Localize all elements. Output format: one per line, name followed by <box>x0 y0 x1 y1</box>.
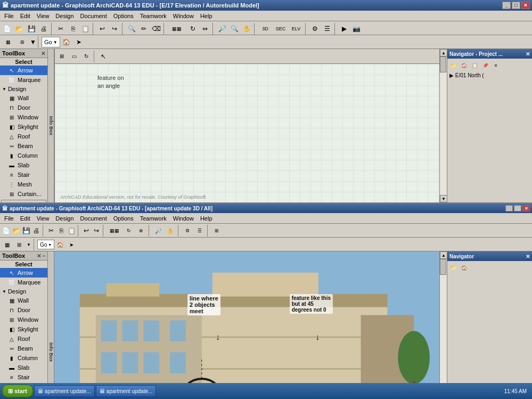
menu-design[interactable]: Design <box>52 12 77 20</box>
w2-copy[interactable]: ⎘ <box>56 225 66 236</box>
select-all-btn[interactable]: ▦▦ <box>167 23 186 35</box>
win2-min[interactable]: _ <box>505 205 513 211</box>
tool-door-2[interactable]: ⊓ Door <box>0 305 47 315</box>
paste-btn[interactable]: 📋 <box>79 23 91 35</box>
w2-tbx[interactable]: ⊞ <box>211 225 223 236</box>
close-btn[interactable]: ✕ <box>521 2 530 9</box>
open-btn[interactable]: 📂 <box>13 23 25 35</box>
scroll-up-1[interactable]: ▲ <box>440 49 447 56</box>
menu-view[interactable]: View <box>34 12 53 20</box>
w2-new[interactable]: 📄 <box>1 225 11 236</box>
tool-column-1[interactable]: ▮ Column <box>0 151 47 160</box>
menu-edit[interactable]: Edit <box>17 12 34 20</box>
section-btn[interactable]: SEC <box>273 23 288 35</box>
nav2-btn1[interactable]: 📁 <box>448 263 458 273</box>
design-section-2[interactable]: ▼ Design <box>0 287 47 296</box>
menu-options[interactable]: Options <box>110 12 137 20</box>
menu-file[interactable]: File <box>1 12 17 20</box>
taskbar-app-2[interactable]: 🏛 apartment update... <box>96 385 157 397</box>
3d-btn[interactable]: 3D <box>258 23 273 35</box>
tool-window-2[interactable]: ⊞ Window <box>0 315 47 324</box>
top-tool2[interactable]: ▭ <box>68 51 80 62</box>
win2-menu-design[interactable]: Design <box>52 214 77 223</box>
maximize-btn[interactable]: □ <box>512 2 520 9</box>
rotate-btn[interactable]: ↻ <box>187 23 199 35</box>
tool-roof-1[interactable]: △ Roof <box>0 132 47 141</box>
toolbox-2-pin[interactable]: – <box>42 253 45 259</box>
w2-print[interactable]: 🖨 <box>31 225 41 236</box>
redo-btn[interactable]: ↪ <box>109 23 120 35</box>
tool-curtain-1[interactable]: ⊞ Curtain... <box>0 189 47 199</box>
w2-drop[interactable]: ▼ <box>26 239 32 250</box>
minimize-btn[interactable]: _ <box>502 2 511 9</box>
w2-zoom[interactable]: 🔎 <box>152 225 164 236</box>
win2-menu-teamwork[interactable]: Teamwork <box>137 214 170 223</box>
w2-tb2[interactable]: ☰ <box>194 225 206 236</box>
menu-help[interactable]: Help <box>197 12 216 20</box>
w2-paste[interactable]: 📋 <box>67 225 76 236</box>
go-dropdown[interactable]: Go ▼ <box>42 37 60 47</box>
design-section-1[interactable]: ▼ Design <box>0 85 47 93</box>
eraser-btn[interactable]: ⌫ <box>150 23 162 35</box>
dropdown-btn[interactable]: ▼ <box>30 36 36 48</box>
undo-btn[interactable]: ↩ <box>96 23 108 35</box>
tool-skylight-1[interactable]: ◧ Skylight <box>0 122 47 132</box>
navigator-1-close[interactable]: ✕ <box>526 51 530 57</box>
win2-menu-document[interactable]: Document <box>77 214 110 223</box>
w2-sec[interactable]: ⊕ <box>135 225 147 236</box>
scroll-thumb-1[interactable] <box>440 56 446 72</box>
navigator-2-close[interactable]: ✕ <box>526 254 530 259</box>
scroll-down-1[interactable]: ▼ <box>440 195 447 202</box>
nav-btn2[interactable]: 🏠 <box>459 61 469 70</box>
tool-marquee-1[interactable]: ⬜ Marquee <box>0 75 47 85</box>
elev-btn[interactable]: ELV <box>289 23 304 35</box>
info-box-1[interactable]: Info Box <box>48 49 54 202</box>
top-tool1[interactable]: ⊞ <box>56 51 68 62</box>
tool-arrow-1[interactable]: ↖ Arrow <box>0 66 47 75</box>
info-box-2[interactable]: Info Box <box>48 251 54 399</box>
pan-btn[interactable]: ✋ <box>241 23 252 35</box>
tool-beam-2[interactable]: ═ Beam <box>0 344 47 353</box>
tool-stair-1[interactable]: ≡ Stair <box>0 170 47 180</box>
tool-wall-1[interactable]: ▦ Wall <box>0 93 47 103</box>
tool-beam-1[interactable]: ═ Beam <box>0 141 47 151</box>
win2-menu-help[interactable]: Help <box>197 214 216 223</box>
start-button[interactable]: ⊞ start <box>2 385 33 397</box>
win2-close[interactable]: ✕ <box>522 205 530 211</box>
tool-marquee-2[interactable]: ⬜ Marquee <box>0 278 47 287</box>
camera-btn[interactable]: 📷 <box>350 23 362 35</box>
new-btn[interactable]: 📄 <box>1 23 13 35</box>
menu-window[interactable]: Window <box>170 12 197 20</box>
w2-pan[interactable]: ✋ <box>165 225 176 236</box>
mirror-btn[interactable]: ⇔ <box>199 23 211 35</box>
w2-cut[interactable]: ✂ <box>46 225 56 236</box>
top-tool3[interactable]: ↻ <box>80 51 92 62</box>
tool-slab-2[interactable]: ▬ Slab <box>0 363 47 372</box>
zoom-out-btn[interactable]: 🔍 <box>228 23 240 35</box>
find-btn[interactable]: 🔍 <box>126 23 137 35</box>
w2-redo[interactable]: ↪ <box>92 225 101 236</box>
arrow-right-btn[interactable]: ▶ <box>338 23 350 35</box>
settings-btn[interactable]: ⚙ <box>309 23 321 35</box>
w2-save[interactable]: 💾 <box>21 225 31 236</box>
menu-teamwork[interactable]: Teamwork <box>137 12 170 20</box>
pointer-btn[interactable]: ➤ <box>73 36 85 48</box>
tool-mesh-1[interactable]: ⋮ Mesh <box>0 180 47 189</box>
options-btn[interactable]: ☰ <box>321 23 333 35</box>
more-btn-1[interactable]: More <box>1 200 46 202</box>
w2-layer-a[interactable]: ▦ <box>1 239 13 250</box>
win2-menu-window[interactable]: Window <box>170 214 197 223</box>
save-btn[interactable]: 💾 <box>26 23 37 35</box>
tool-column-2[interactable]: ▮ Column <box>0 353 47 363</box>
menu-document[interactable]: Document <box>77 12 110 20</box>
nav2-btn2[interactable]: 🏠 <box>459 263 469 273</box>
w2-render[interactable]: ↻ <box>123 225 135 236</box>
scroll-up-3d[interactable]: ▲ <box>440 251 447 259</box>
tool-arrow-2[interactable]: ↖ Arrow <box>0 268 47 278</box>
win2-menu-view[interactable]: View <box>34 214 53 223</box>
taskbar-app-1[interactable]: 🏛 apartment update... <box>34 385 95 397</box>
w2-3d[interactable]: ▦▦ <box>107 225 122 236</box>
tool-roof-2[interactable]: △ Roof <box>0 334 47 344</box>
tool-door-1[interactable]: ⊓ Door <box>0 103 47 112</box>
w2-undo[interactable]: ↩ <box>81 225 91 236</box>
